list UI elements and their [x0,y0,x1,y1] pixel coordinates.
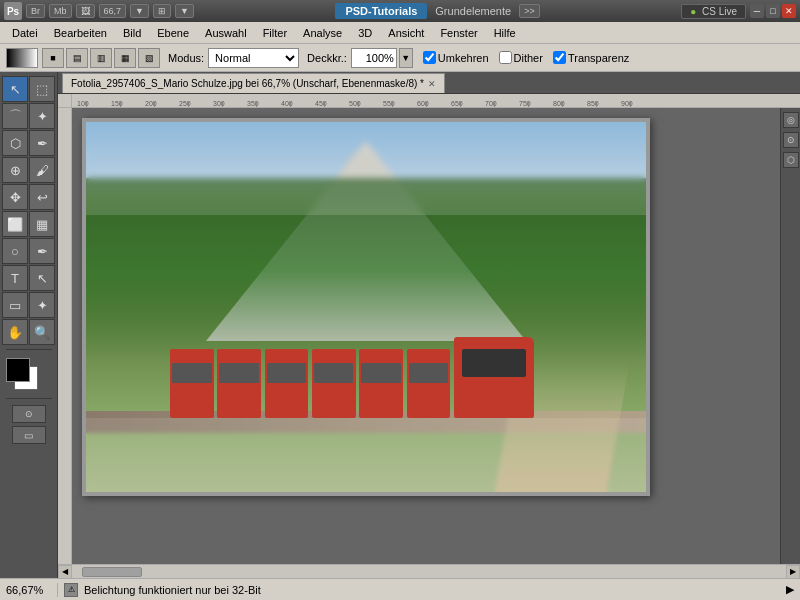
horizontal-scrollbar[interactable]: ◀ ▶ [58,564,800,578]
opacity-input[interactable] [351,48,397,68]
menu-item-datei[interactable]: Datei [4,25,46,41]
dither-checkbox[interactable] [499,51,512,64]
quick-mask-button[interactable]: ⊙ [12,405,46,423]
menu-item-auswahl[interactable]: Auswahl [197,25,255,41]
style-btn-5[interactable]: ▧ [138,48,160,68]
lasso-tool[interactable]: ⌒ [2,103,28,129]
history-brush-tool[interactable]: ↩ [29,184,55,210]
layout-dropdown[interactable]: ▼ [175,4,194,18]
ruler-corner [58,94,72,108]
scroll-right-button[interactable]: ▶ [786,565,800,579]
hand-tool[interactable]: ✋ [2,319,28,345]
train-car-6 [407,349,451,418]
ruler-tick-h [630,101,631,107]
umkehren-checkbox[interactable] [423,51,436,64]
ruler-tick-h [324,101,325,107]
ruler-tick-h [460,101,461,107]
ruler-tick-h [596,101,597,107]
canvas-wrapper [82,118,650,496]
color-swatches[interactable] [6,358,52,394]
move-tool[interactable]: ↖ [2,76,28,102]
maximize-button[interactable]: □ [766,4,780,18]
style-btn-4[interactable]: ▦ [114,48,136,68]
spot-heal-tool[interactable]: ⊕ [2,157,28,183]
style-btn-2[interactable]: ▤ [66,48,88,68]
train-body [170,337,534,418]
tool-row-6: ⬜ ▦ [2,211,55,237]
document-tab[interactable]: Fotolia_2957406_S_Mario Schulze.jpg bei … [62,73,445,93]
menu-item-3d[interactable]: 3D [350,25,380,41]
deckraft-label: Deckkr.: [307,52,347,64]
style-buttons: ■ ▤ ▥ ▦ ▧ [42,48,160,68]
more-tabs[interactable]: >> [519,4,540,18]
text-tool[interactable]: T [2,265,28,291]
menu-item-hilfe[interactable]: Hilfe [486,25,524,41]
ruler-tick-h [426,101,427,107]
ruler-tick-h [358,101,359,107]
scroll-track-horizontal[interactable] [72,565,786,578]
crop-tool[interactable]: ⬡ [2,130,28,156]
tab-close-button[interactable]: ✕ [428,79,436,89]
menu-item-filter[interactable]: Filter [255,25,295,41]
eyedropper-tool[interactable]: ✒ [29,130,55,156]
menu-item-ebene[interactable]: Ebene [149,25,197,41]
magic-wand-tool[interactable]: ✦ [29,103,55,129]
shape-tool[interactable]: ▭ [2,292,28,318]
document-tab-bar: Fotolia_2957406_S_Mario Schulze.jpg bei … [58,72,800,94]
status-divider [57,583,58,597]
ruler-left [58,108,72,564]
panel-tool-2[interactable]: ⊙ [783,132,799,148]
ruler-tick-h [290,101,291,107]
eraser-tool[interactable]: ⬜ [2,211,28,237]
gradient-swatch[interactable] [6,48,38,68]
canvas-scroll[interactable] [72,108,780,564]
style-btn-1[interactable]: ■ [42,48,64,68]
menu-item-analyse[interactable]: Analyse [295,25,350,41]
modus-select[interactable]: Normal Auflösen Abdunkeln Multiplizieren [208,48,299,68]
umkehren-label[interactable]: Umkehren [438,52,489,64]
menu-item-ansicht[interactable]: Ansicht [380,25,432,41]
style-btn-3[interactable]: ▥ [90,48,112,68]
dither-label[interactable]: Dither [514,52,543,64]
pen-tool[interactable]: ✒ [29,238,55,264]
tool-row-3: ⬡ ✒ [2,130,55,156]
clone-tool[interactable]: ✥ [2,184,28,210]
path-select-tool[interactable]: ↖ [29,265,55,291]
mb-badge[interactable]: Mb [49,4,72,18]
transparenz-checkbox[interactable] [553,51,566,64]
tool-divider-2 [6,398,52,399]
dodge-tool[interactable]: ○ [2,238,28,264]
minimize-button[interactable]: ─ [750,4,764,18]
ruler-tick-h [188,101,189,107]
br-badge[interactable]: Br [26,4,45,18]
menu-item-bild[interactable]: Bild [115,25,149,41]
ruler-top: 1001502002503003504004505005506006507007… [58,94,800,108]
close-button[interactable]: ✕ [782,4,796,18]
zoom-tool[interactable]: 🔍 [29,319,55,345]
screen-mode-button[interactable]: ▭ [12,426,46,444]
scroll-left-button[interactable]: ◀ [58,565,72,579]
gradient-tool[interactable]: ▦ [29,211,55,237]
train-car-5 [359,349,403,418]
marquee-tool[interactable]: ⬚ [29,76,55,102]
menu-item-fenster[interactable]: Fenster [432,25,485,41]
cs-live-button[interactable]: ● CS Live [681,4,746,19]
3d-tool[interactable]: ✦ [29,292,55,318]
psd-tutorials-tab[interactable]: PSD-Tutorials [335,3,427,19]
train-car-3 [265,349,309,418]
status-icon[interactable]: ⚠ [64,583,78,597]
tool-row-9: ▭ ✦ [2,292,55,318]
status-expand-button[interactable]: ▶ [786,583,794,596]
transparenz-label[interactable]: Transparenz [568,52,629,64]
opacity-arrow[interactable]: ▼ [399,48,413,68]
brush-tool[interactable]: 🖌 [29,157,55,183]
zoom-dropdown[interactable]: ▼ [130,4,149,18]
foreground-color-swatch[interactable] [6,358,30,382]
canvas-icon[interactable]: 🖼 [76,4,95,18]
ruler-tick-h [86,101,87,107]
panel-tool-3[interactable]: ⬡ [783,152,799,168]
panel-tool-1[interactable]: ◎ [783,112,799,128]
menu-item-bearbeiten[interactable]: Bearbeiten [46,25,115,41]
scroll-thumb-horizontal[interactable] [82,567,142,577]
layout-icon[interactable]: ⊞ [153,4,171,18]
